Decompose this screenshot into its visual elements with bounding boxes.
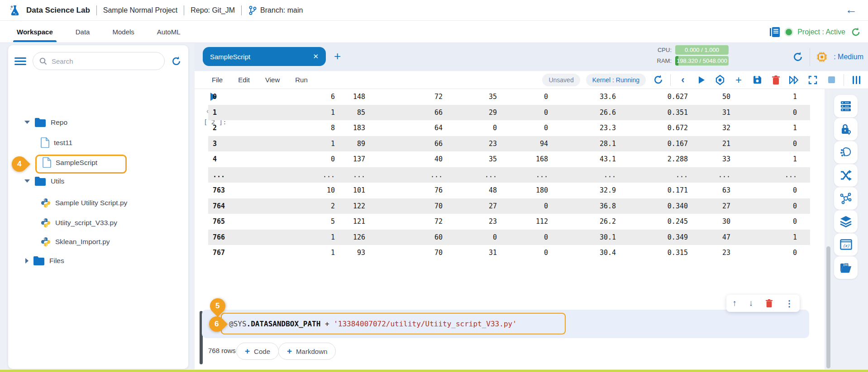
cpu-label: CPU: xyxy=(657,47,672,53)
variable-explorer-icon[interactable]: (x) xyxy=(834,233,858,256)
tree-label[interactable]: Sklean_Import.py xyxy=(55,238,110,246)
tree-label[interactable]: test11 xyxy=(54,139,72,147)
resource-meters: CPU: 0.000 / 1.000 RAM: 198.320 / 5048.0… xyxy=(657,45,729,66)
lock-key-icon[interactable] xyxy=(834,118,858,141)
nav-tab-models[interactable]: Models xyxy=(111,22,135,42)
delete-cell-icon[interactable] xyxy=(765,299,773,308)
menu-run[interactable]: Run xyxy=(295,76,308,84)
panel-columns-icon[interactable] xyxy=(850,74,863,86)
tree-folder-utils[interactable]: Utils xyxy=(24,176,64,186)
table-row: 061487235033.60.627501 xyxy=(208,89,810,105)
caret-right-icon[interactable] xyxy=(25,258,29,264)
tree-file-test11[interactable]: test11 xyxy=(41,137,72,148)
tree-label[interactable]: Repo xyxy=(51,118,67,127)
table-cell: 0.340 xyxy=(616,202,688,210)
brain-circuit-icon[interactable] xyxy=(834,141,858,164)
resources-refresh-icon[interactable] xyxy=(792,52,803,62)
tree-folder-files[interactable]: Files xyxy=(25,256,64,265)
project-refresh-icon[interactable] xyxy=(851,27,861,37)
code-token-prefix: @SYS xyxy=(229,320,247,328)
add-cell-icon[interactable]: + xyxy=(732,74,745,86)
notebook-content: ‹✓› [ 2 ]: 061487235033.60.6275011185662… xyxy=(195,89,825,369)
table-cell: 30 xyxy=(688,217,730,226)
back-arrow-icon[interactable]: ← xyxy=(845,3,857,17)
search-input[interactable] xyxy=(52,57,151,65)
project-log-icon[interactable] xyxy=(769,27,780,37)
layers-icon[interactable] xyxy=(834,210,858,233)
network-graph-icon[interactable] xyxy=(834,187,858,210)
menu-view[interactable]: View xyxy=(265,76,280,84)
tab-samplescript[interactable]: SampleScript ✕ xyxy=(203,47,326,66)
code-token-operator: + xyxy=(320,320,334,328)
tree-file-sample-utility[interactable]: Sample Utility Script.py xyxy=(41,198,127,208)
table-row-index: 765 xyxy=(208,217,258,226)
caret-down-icon[interactable] xyxy=(24,179,30,183)
tab-close-icon[interactable]: ✕ xyxy=(313,52,319,61)
tree-file-sklean-import[interactable]: Sklean_Import.py xyxy=(41,237,110,247)
new-tab-icon[interactable]: + xyxy=(334,49,341,63)
caret-down-icon[interactable] xyxy=(24,121,30,124)
tree-label[interactable]: Utils xyxy=(51,177,64,185)
menu-file[interactable]: File xyxy=(212,76,223,84)
table-cell: 1 xyxy=(258,140,335,148)
move-cell-down-icon[interactable]: ↓ xyxy=(749,298,754,308)
tree-file-utility-script-v33[interactable]: Utiity_script_V33.py xyxy=(41,218,117,228)
project-status-dot xyxy=(786,29,792,35)
file-explorer-sidebar: Repo test11 SampleScript 4 Utils xyxy=(8,45,188,369)
code-line[interactable]: @SYS.DATASANDBOX_PATH + '13384007072/uti… xyxy=(229,320,517,328)
table-cell: 30.4 xyxy=(548,249,616,257)
nav-tab-data[interactable]: Data xyxy=(75,22,91,42)
menu-hamburger-icon[interactable] xyxy=(14,56,26,67)
table-cell: 50 xyxy=(688,93,730,101)
table-cell: 0 xyxy=(730,217,797,226)
move-cell-up-icon[interactable]: ↑ xyxy=(732,298,737,308)
table-cell: 2 xyxy=(258,202,335,210)
save-notebook-icon[interactable] xyxy=(751,74,763,86)
run-cell-icon[interactable] xyxy=(695,74,708,86)
run-all-icon[interactable] xyxy=(788,74,801,86)
table-cell: 72 xyxy=(365,93,443,101)
table-cell: 0 xyxy=(497,124,548,132)
nav-tab-workspace[interactable]: Workspace xyxy=(16,22,54,42)
nav-tab-automl[interactable]: AutoML xyxy=(156,22,181,42)
stop-kernel-icon[interactable] xyxy=(825,74,838,86)
scrollbar-thumb[interactable] xyxy=(826,246,830,368)
delete-cell-icon[interactable] xyxy=(769,74,782,86)
search-box[interactable] xyxy=(33,52,165,70)
file-browser-icon[interactable] xyxy=(834,256,858,279)
code-cell[interactable]: @SYS.DATASANDBOX_PATH + '13384007072/uti… xyxy=(202,310,809,338)
table-cell: 121 xyxy=(335,217,365,226)
menu-edit[interactable]: Edit xyxy=(238,76,250,84)
tree-label[interactable]: Sample Utility Script.py xyxy=(55,199,127,207)
interrupt-target-icon[interactable] xyxy=(714,74,726,86)
table-cell: 32.9 xyxy=(548,186,616,194)
shuffle-icon[interactable] xyxy=(834,164,858,187)
table-row: 11856629026.60.351310 xyxy=(208,105,810,121)
add-code-button[interactable]: + Code xyxy=(236,343,279,360)
table-cell: 0.672 xyxy=(616,124,688,132)
add-markdown-button[interactable]: + Markdown xyxy=(278,343,336,360)
tree-file-samplescript[interactable]: SampleScript xyxy=(43,157,97,168)
table-cell: 183 xyxy=(335,124,365,132)
code-highlight-box[interactable]: @SYS.DATASANDBOX_PATH + '13384007072/uti… xyxy=(221,313,566,334)
branch-info: Branch: main xyxy=(248,5,303,15)
explorer-refresh-icon[interactable] xyxy=(171,56,181,66)
table-cell: 93 xyxy=(335,249,365,257)
kernel-status-badge[interactable]: Kernel : Running xyxy=(586,74,646,86)
tree-label[interactable]: SampleScript xyxy=(56,159,97,167)
server-rack-icon[interactable] xyxy=(834,95,858,118)
table-row-index: 4 xyxy=(208,155,258,163)
table-cell: 1 xyxy=(730,93,797,101)
kernel-refresh-icon[interactable] xyxy=(652,74,664,86)
tree-label[interactable]: Utiity_script_V33.py xyxy=(55,219,117,227)
table-cell: 1 xyxy=(258,233,335,241)
fullscreen-icon[interactable] xyxy=(806,74,819,86)
collapse-left-icon[interactable]: ‹ xyxy=(677,74,689,86)
table-row: .............................. xyxy=(208,167,810,183)
instance-cluster: : Medium xyxy=(792,43,863,71)
table-cell: 30.1 xyxy=(548,233,616,241)
cell-more-options-icon[interactable]: ⋮ xyxy=(785,298,794,309)
table-cell: 47 xyxy=(688,233,730,241)
tree-label[interactable]: Files xyxy=(49,257,64,265)
tree-folder-repo[interactable]: Repo xyxy=(24,118,67,127)
